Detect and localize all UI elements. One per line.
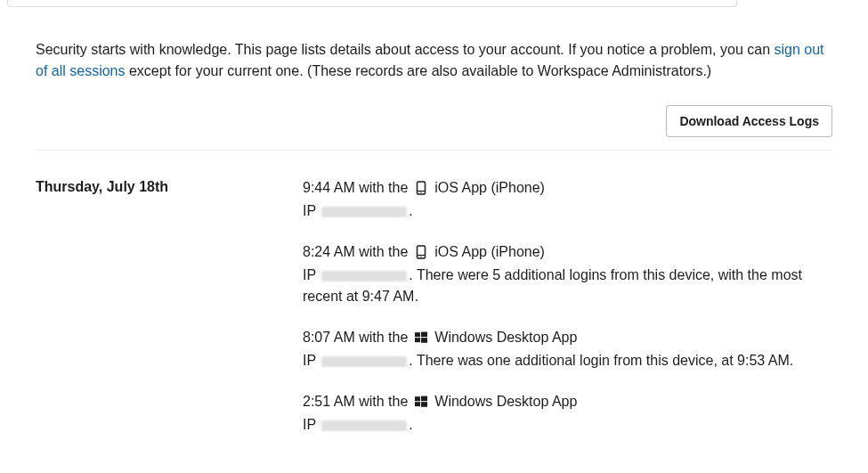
entry-device: Windows Desktop App	[434, 391, 577, 412]
entries-list: 9:44 AM with theiOS App (iPhone)IP .8:24…	[303, 177, 832, 455]
entry-detail: IP .	[303, 414, 832, 436]
ip-suffix: .	[409, 203, 412, 218]
ip-suffix: . There was one additional login from th…	[409, 353, 793, 368]
windows-icon	[413, 330, 429, 346]
intro-paragraph: Security starts with knowledge. This pag…	[36, 39, 832, 82]
entry-header: 2:51 AM with theWindows Desktop App	[303, 391, 832, 412]
actions-row: Download Access Logs	[36, 105, 832, 150]
access-log-entry: 8:24 AM with theiOS App (iPhone)IP . The…	[303, 241, 832, 307]
entry-device: Windows Desktop App	[434, 327, 577, 348]
entry-time: 2:51 AM with the	[303, 391, 408, 412]
download-access-logs-button[interactable]: Download Access Logs	[666, 105, 832, 137]
entry-detail: IP . There were 5 additional logins from…	[303, 265, 832, 307]
tab-panel-edge	[7, 0, 737, 7]
entry-header: 9:44 AM with theiOS App (iPhone)	[303, 177, 832, 199]
entry-detail: IP . There was one additional login from…	[303, 350, 832, 371]
entry-time: 8:24 AM with the	[303, 241, 408, 263]
entry-device: iOS App (iPhone)	[434, 241, 545, 263]
entry-time: 8:07 AM with the	[303, 327, 408, 348]
entry-header: 8:07 AM with theWindows Desktop App	[303, 327, 832, 348]
intro-text-after: except for your current one. (These reco…	[129, 63, 711, 78]
ip-prefix: IP	[303, 353, 320, 368]
ip-suffix: .	[409, 417, 412, 432]
ip-redacted	[321, 271, 407, 281]
ip-redacted	[321, 207, 407, 217]
ip-redacted	[321, 420, 407, 431]
access-log-entry: 9:44 AM with theiOS App (iPhone)IP .	[303, 177, 832, 222]
day-label: Thursday, July 18th	[36, 177, 303, 455]
ip-prefix: IP	[303, 203, 320, 218]
day-block: Thursday, July 18th 9:44 AM with theiOS …	[36, 151, 832, 473]
windows-icon	[413, 394, 429, 410]
ip-prefix: IP	[303, 267, 320, 282]
mobile-icon	[413, 180, 429, 196]
ip-prefix: IP	[303, 417, 320, 432]
intro-text-before: Security starts with knowledge. This pag…	[36, 42, 774, 57]
entry-time: 9:44 AM with the	[303, 177, 408, 199]
access-log-entry: 8:07 AM with theWindows Desktop AppIP . …	[303, 327, 832, 371]
access-log-entry: 2:51 AM with theWindows Desktop AppIP .	[303, 391, 832, 436]
entry-header: 8:24 AM with theiOS App (iPhone)	[303, 241, 832, 263]
mobile-icon	[413, 244, 429, 260]
entry-device: iOS App (iPhone)	[434, 177, 545, 199]
entry-detail: IP .	[303, 200, 832, 222]
ip-redacted	[321, 356, 407, 367]
